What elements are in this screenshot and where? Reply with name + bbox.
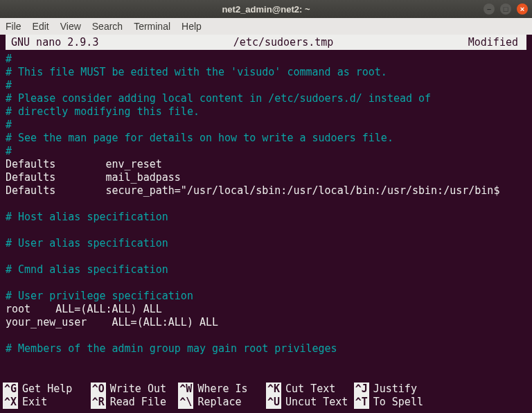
menu-terminal[interactable]: Terminal (134, 21, 170, 32)
shortcut-key: ^O (91, 383, 106, 396)
editor-line: Defaults mail_badpass (6, 171, 526, 184)
shortcut-item: ^KCut Text (266, 383, 354, 396)
minimize-button[interactable]: – (484, 3, 495, 15)
shortcut-label: Get Help (22, 383, 72, 396)
shortcut-label: Write Out (110, 383, 166, 396)
shortcut-label: Justify (373, 383, 417, 396)
window-title: net2_admin@net2: ~ (222, 4, 310, 15)
shortcut-label: Exit (22, 396, 47, 409)
editor-line: # See the man page for details on how to… (6, 132, 526, 145)
editor-line (6, 329, 526, 342)
editor-line: # User alias specification (6, 237, 526, 250)
nano-filename: /etc/sudoers.tmp (98, 36, 468, 49)
nano-status: Modified (468, 36, 524, 49)
menu-edit[interactable]: Edit (33, 21, 49, 32)
shortcut-key: ^J (354, 383, 369, 396)
shortcut-item: ^WWhere Is (178, 383, 266, 396)
menu-search[interactable]: Search (92, 21, 123, 32)
shortcut-item (441, 396, 529, 409)
nano-header: GNU nano 2.9.3 /etc/sudoers.tmp Modified (0, 35, 532, 50)
shortcut-item: ^UUncut Text (266, 396, 354, 409)
editor-line: root ALL=(ALL:ALL) ALL (6, 303, 526, 316)
shortcut-key: ^X (3, 396, 18, 409)
editor-line: # (6, 53, 526, 66)
shortcut-item (441, 383, 529, 396)
editor-line: Defaults secure_path="/usr/local/sbin:/u… (6, 184, 526, 197)
shortcut-key: ^G (3, 383, 18, 396)
shortcut-key: ^T (354, 396, 369, 409)
editor-line: Defaults env_reset (6, 158, 526, 171)
editor-line: # This file MUST be edited with the 'vis… (6, 66, 526, 79)
shortcut-label: Replace (197, 396, 241, 409)
editor-line: # Please consider adding local content i… (6, 92, 526, 105)
shortcut-key: ^\ (178, 396, 193, 409)
shortcut-item: ^JJustify (354, 383, 442, 396)
shortcut-label: Uncut Text (285, 396, 348, 409)
editor-line: # User privilege specification (6, 290, 526, 303)
editor-line (6, 197, 526, 211)
menubar: File Edit View Search Terminal Help (0, 18, 532, 35)
shortcut-label: Where Is (197, 383, 247, 396)
shortcut-item: ^OWrite Out (91, 383, 179, 396)
shortcut-label: Read File (110, 396, 166, 409)
close-button[interactable]: × (517, 3, 528, 15)
editor-line: # (6, 79, 526, 92)
editor-line: # Cmnd alias specification (6, 263, 526, 276)
shortcut-item: ^TTo Spell (354, 396, 442, 409)
editor-line: # Members of the admin group may gain ro… (6, 342, 526, 355)
shortcut-item: ^RRead File (91, 396, 179, 409)
shortcut-item: ^\Replace (178, 396, 266, 409)
window-controls: – □ × (484, 3, 528, 15)
shortcut-key: ^W (178, 383, 193, 396)
shortcut-key: ^K (266, 383, 281, 396)
editor-line (6, 276, 526, 290)
shortcut-label: Cut Text (285, 383, 335, 396)
nano-shortcuts: ^GGet Help^OWrite Out^WWhere Is^KCut Tex… (0, 383, 532, 409)
shortcut-label: To Spell (373, 396, 423, 409)
editor-line: # directly modifying this file. (6, 105, 526, 118)
shortcut-item: ^XExit (3, 396, 91, 409)
menu-view[interactable]: View (60, 21, 81, 32)
editor-line: # (6, 145, 526, 158)
menu-help[interactable]: Help (181, 21, 202, 32)
editor-line: # (6, 118, 526, 132)
shortcut-key: ^U (266, 396, 281, 409)
editor-content[interactable]: ## This file MUST be edited with the 'vi… (0, 50, 532, 355)
editor-line (6, 250, 526, 263)
nano-version: GNU nano 2.9.3 (8, 36, 98, 49)
maximize-button[interactable]: □ (500, 3, 511, 15)
editor-line (6, 224, 526, 237)
shortcut-key: ^R (91, 396, 106, 409)
editor-line: your_new_user ALL=(ALL:ALL) ALL (6, 316, 526, 329)
window-titlebar: net2_admin@net2: ~ – □ × (0, 0, 532, 18)
editor-line: # Host alias specification (6, 211, 526, 224)
menu-file[interactable]: File (6, 21, 21, 32)
shortcut-item: ^GGet Help (3, 383, 91, 396)
